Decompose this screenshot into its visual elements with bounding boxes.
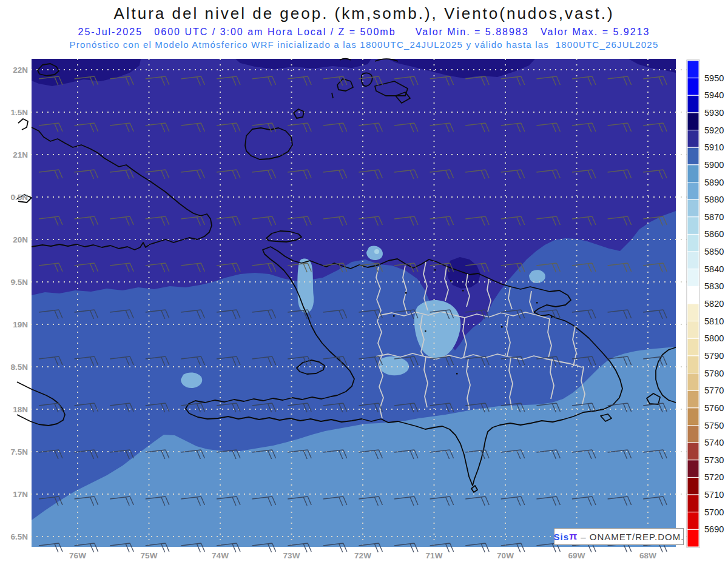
lon-tick-label: 74W bbox=[212, 551, 229, 560]
colorbar-tick-label: 5700 bbox=[704, 507, 724, 517]
lat-tick-label: 22N bbox=[13, 65, 28, 75]
colorbar-tick-label: 5780 bbox=[704, 369, 724, 378]
colorbar-tick-label: 5900 bbox=[704, 160, 724, 170]
colorbar-segment bbox=[687, 234, 699, 252]
sispi-onamet-badge: Sisπ – ONAMET/REP.DOM. bbox=[554, 528, 684, 545]
lon-tick-label: 69W bbox=[568, 551, 585, 560]
colorbar-tick-label: 5690 bbox=[704, 524, 724, 534]
colorbar-segment bbox=[687, 286, 699, 304]
lat-tick-label: 1.5N bbox=[10, 108, 28, 117]
colorbar-tick-label: 5770 bbox=[704, 386, 724, 395]
page-title: Altura del nivel de geop. (km,somb.), Vi… bbox=[0, 4, 728, 23]
colorbar-tick-label: 5800 bbox=[704, 333, 724, 343]
colorbar-tick-label: 5710 bbox=[704, 490, 724, 500]
colorbar-tick-label: 5720 bbox=[704, 472, 724, 482]
colorbar-segment bbox=[687, 269, 699, 287]
colorbar-segment bbox=[687, 321, 699, 339]
colorbar-segment bbox=[687, 304, 699, 321]
colorbar-segment bbox=[687, 147, 699, 165]
lat-tick-label: 8.5N bbox=[10, 363, 28, 372]
colorbar: 5950594059305920591059005890588058705860… bbox=[687, 60, 724, 547]
colorbar-segment bbox=[687, 512, 699, 530]
colorbar-tick-label: 5760 bbox=[704, 403, 724, 413]
colorbar-tick-label: 5730 bbox=[704, 455, 724, 465]
colorbar-tick-label: 5740 bbox=[704, 438, 724, 447]
lat-tick-label: 21N bbox=[13, 150, 28, 159]
pi-icon: π bbox=[569, 530, 578, 543]
lat-tick-label: 7.5N bbox=[10, 447, 28, 457]
agency-label: – ONAMET/REP.DOM. bbox=[578, 532, 684, 542]
colorbar-segment bbox=[687, 495, 699, 512]
colorbar-tick-label: 5920 bbox=[704, 125, 724, 135]
lon-tick-label: 71W bbox=[426, 551, 443, 560]
colorbar-tick-label: 5850 bbox=[704, 247, 724, 256]
colorbar-segment bbox=[687, 61, 699, 78]
colorbar-segment bbox=[687, 460, 699, 478]
colorbar-segment bbox=[687, 78, 699, 96]
header: Altura del nivel de geop. (km,somb.), Vi… bbox=[0, 0, 728, 50]
lon-tick-label: 68W bbox=[639, 551, 656, 560]
lat-tick-label: 9.5N bbox=[10, 278, 28, 287]
colorbar-segment bbox=[687, 529, 699, 547]
colorbar-tick-label: 5840 bbox=[704, 264, 724, 274]
lat-tick-label: 6.5N bbox=[10, 532, 28, 541]
colorbar-segment bbox=[687, 373, 699, 391]
colorbar-tick-label: 5890 bbox=[704, 178, 724, 187]
colorbar-segment bbox=[687, 408, 699, 426]
colorbar-segment bbox=[687, 252, 699, 269]
colorbar-segment bbox=[687, 95, 699, 113]
colorbar-tick-label: 5950 bbox=[704, 73, 724, 83]
sispi-label: Sis bbox=[554, 532, 570, 542]
colorbar-tick-label: 5860 bbox=[704, 229, 724, 239]
colorbar-segment bbox=[687, 182, 699, 200]
colorbar-segment bbox=[687, 390, 699, 408]
model-init-line: Pronóstico con el Modelo Atmósferico WRF… bbox=[0, 39, 728, 50]
colorbar-tick-label: 5750 bbox=[704, 421, 724, 430]
lon-tick-label: 76W bbox=[69, 551, 86, 560]
lat-tick-label: 20N bbox=[13, 235, 28, 244]
lat-tick-label: 19N bbox=[13, 320, 28, 329]
lon-tick-label: 70W bbox=[497, 551, 514, 560]
colorbar-tick-label: 5830 bbox=[704, 281, 724, 291]
valid-time-line: 25-Jul-2025 0600 UTC / 3:00 am Hora Loca… bbox=[0, 27, 728, 38]
colorbar-tick-label: 5810 bbox=[704, 316, 724, 326]
colorbar-segment bbox=[687, 338, 699, 356]
colorbar-tick-label: 5790 bbox=[704, 351, 724, 361]
lat-tick-label: 17N bbox=[13, 490, 28, 499]
colorbar-tick-label: 5880 bbox=[704, 195, 724, 204]
colorbar-segment bbox=[687, 443, 699, 460]
colorbar-segment bbox=[687, 199, 699, 217]
lat-tick-label: 18N bbox=[13, 405, 28, 414]
shaded-height-fills bbox=[32, 59, 676, 547]
colorbar-tick-label: 5870 bbox=[704, 212, 724, 222]
colorbar-tick-label: 5930 bbox=[704, 108, 724, 118]
weather-map-page: Altura del nivel de geop. (km,somb.), Vi… bbox=[0, 0, 728, 562]
colorbar-segment bbox=[687, 217, 699, 235]
colorbar-segment bbox=[687, 426, 699, 443]
colorbar-segment bbox=[687, 356, 699, 373]
colorbar-segment bbox=[687, 477, 699, 495]
lon-tick-label: 73W bbox=[283, 551, 300, 560]
colorbar-tick-label: 5940 bbox=[704, 90, 724, 100]
colorbar-segment bbox=[687, 130, 699, 148]
lon-tick-label: 72W bbox=[354, 551, 371, 560]
colorbar-segment bbox=[687, 113, 699, 130]
lat-tick-label: 0.5N bbox=[10, 193, 28, 202]
colorbar-tick-label: 5820 bbox=[704, 299, 724, 309]
lon-tick-label: 75W bbox=[141, 551, 158, 560]
colorbar-tick-label: 5910 bbox=[704, 142, 724, 152]
geopotential-map-canvas: 22N1.5N21N0.5N20N9.5N19N8.5N18N7.5N17N6.… bbox=[0, 0, 728, 562]
colorbar-segment bbox=[687, 165, 699, 182]
